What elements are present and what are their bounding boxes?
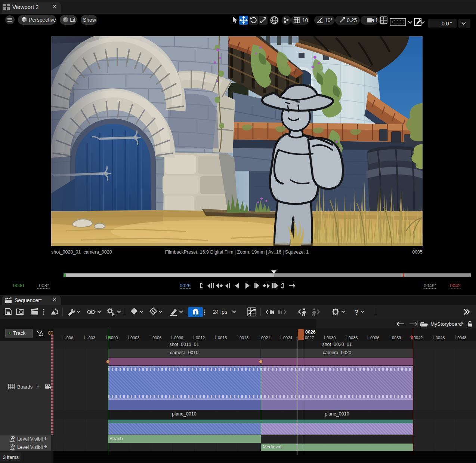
svg-text:?: ? (354, 308, 359, 316)
svg-text:1: 1 (375, 17, 378, 23)
svg-text:MyStoryboard*: MyStoryboard* (430, 321, 464, 327)
svg-text:10°: 10° (325, 17, 333, 23)
svg-text:10: 10 (302, 17, 308, 23)
svg-text:0.25: 0.25 (347, 17, 357, 23)
svg-text:24 fps: 24 fps (213, 309, 227, 315)
